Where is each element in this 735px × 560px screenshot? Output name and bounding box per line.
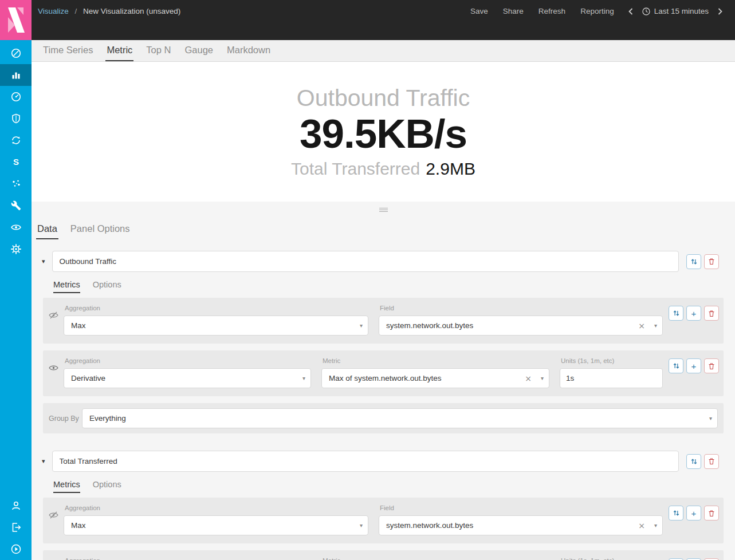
sidebar-item-visualize[interactable] [0,64,32,86]
trash-icon [708,458,715,465]
metric-select[interactable]: Max of system.network.out.bytes × ▾ [321,368,549,388]
add-metric-button[interactable]: + [686,506,701,520]
series-reorder-button[interactable] [686,254,701,269]
aggregation-value: Max [71,321,86,330]
sort-arrows-icon [673,510,679,516]
field-select[interactable]: system.network.out.bytes × ▾ [379,316,663,336]
series-label-input[interactable] [52,451,679,472]
metric-secondary-label: Total Transferred [291,159,420,178]
aggregation-select[interactable]: Max ▾ [64,515,368,535]
kibana-logo-icon [0,0,32,40]
plus-icon: + [691,309,697,318]
clear-icon[interactable]: × [638,521,645,530]
series-sub-tabs: Metrics Options [53,480,724,493]
field-value: system.network.out.bytes [386,521,473,530]
series-label-input[interactable] [52,251,679,272]
kibana-logo[interactable] [0,0,32,40]
trash-icon [708,362,715,370]
share-button[interactable]: Share [496,7,531,15]
svg-text:S: S [13,157,18,167]
metric-reorder-button[interactable] [669,358,683,373]
delete-metric-button[interactable] [704,358,719,373]
add-metric-button[interactable]: + [686,306,701,321]
series-collapse-caret[interactable]: ▾ [42,458,45,465]
tab-metric[interactable]: Metric [105,40,133,61]
breadcrumb-visualize-link[interactable]: Visualize [38,7,69,15]
clear-icon[interactable]: × [638,321,645,330]
series-delete-button[interactable] [704,254,719,269]
metric-value: 39.5KB/s [300,112,467,156]
breadcrumb: Visualize / New Visualization (unsaved) [38,7,180,15]
metric-title: Outbound Traffic [297,85,470,112]
aggregation-field: Aggregation Max ▾ [64,301,368,336]
metric-row-max: Aggregation Max ▾ Field system.network.o… [43,298,724,344]
metric-reorder-button[interactable] [669,506,683,520]
sidebar-item-logout[interactable] [0,516,32,538]
aggregation-select[interactable]: Max ▾ [64,316,368,336]
units-label: Units (1s, 1m, etc) [561,557,663,560]
save-button[interactable]: Save [463,7,496,15]
tab-options[interactable]: Options [93,280,121,293]
series-collapse-caret[interactable]: ▾ [42,258,45,265]
delete-metric-button[interactable] [704,306,719,321]
toggle-visibility-button[interactable] [49,301,64,336]
delete-metric-button[interactable] [704,506,719,520]
tab-markdown[interactable]: Markdown [226,40,272,61]
toggle-visibility-button[interactable] [49,354,64,388]
sidebar-item-graph[interactable] [0,129,32,151]
user-icon [10,500,22,511]
units-input[interactable] [560,368,663,388]
metric-field: Metric Max of system.network.out.bytes ×… [321,354,549,388]
tab-options[interactable]: Options [93,480,121,493]
toggle-visibility-button[interactable] [49,554,64,560]
time-picker-button[interactable]: Last 15 minutes [640,7,711,15]
toggle-visibility-button[interactable] [49,501,64,535]
aggregation-select[interactable]: Derivative ▾ [64,368,311,388]
series-header-buttons [686,454,719,469]
compass-icon [10,48,22,59]
group-by-row: Group By Everything ▾ [43,403,724,433]
sidebar-item-management[interactable] [0,238,32,260]
metric-reorder-button[interactable] [669,306,683,321]
metric-label: Metric [323,557,549,560]
sidebar-item-ml[interactable] [0,173,32,195]
sidebar-item-timelion[interactable] [0,108,32,129]
metric-row-buttons: + [669,554,719,560]
time-forward-button[interactable] [711,8,729,15]
letter-s-icon: S [10,156,22,168]
bar-chart-icon [10,69,22,81]
series-delete-button[interactable] [704,454,719,469]
metric-visualization: Outbound Traffic 39.5KB/s Total Transfer… [32,62,735,202]
reporting-button[interactable]: Reporting [573,7,622,15]
sidebar-collapse-button[interactable] [0,538,32,560]
sidebar-item-sentinl[interactable]: S [0,151,32,173]
aggregation-label: Aggregation [65,357,311,364]
grip-icon [379,208,388,212]
aggregation-field: Aggregation ▾ [64,554,311,560]
field-label: Field [380,305,663,311]
time-back-button[interactable] [622,8,640,15]
tab-gauge[interactable]: Gauge [183,40,214,61]
sidebar-item-dev-tools[interactable] [0,195,32,216]
tab-metrics[interactable]: Metrics [53,280,80,293]
panel-resize-handle[interactable] [32,202,735,218]
clear-icon[interactable]: × [525,374,532,383]
refresh-button[interactable]: Refresh [531,7,573,15]
tab-panel-options[interactable]: Panel Options [69,221,131,239]
sidebar-item-monitoring[interactable] [0,216,32,238]
aggregation-label: Aggregation [65,504,368,511]
field-select[interactable]: system.network.out.bytes × ▾ [379,515,663,535]
tab-metrics[interactable]: Metrics [53,480,80,493]
sidebar-item-account[interactable] [0,495,32,516]
add-metric-button[interactable]: + [686,358,701,373]
tab-data[interactable]: Data [36,221,58,239]
app-sidebar: S [0,40,32,560]
group-by-select[interactable]: Everything ▾ [82,408,718,428]
sidebar-item-discover[interactable] [0,42,32,64]
tab-time-series[interactable]: Time Series [42,40,94,61]
tab-top-n[interactable]: Top N [145,40,172,61]
group-by-label: Group By [49,415,82,423]
series-reorder-button[interactable] [686,454,701,469]
sidebar-item-dashboard[interactable] [0,86,32,108]
metric-row-fields: Aggregation Max ▾ Field system.network.o… [64,501,663,535]
